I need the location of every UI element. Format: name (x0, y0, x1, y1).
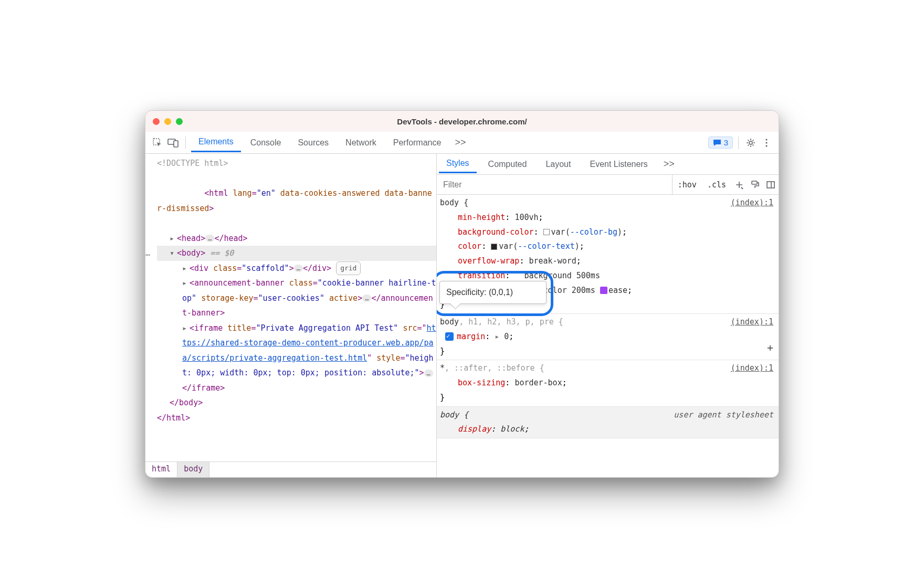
ellipsis-icon[interactable]: … (362, 295, 371, 302)
styles-tabs: Styles Computed Layout Event Listeners >… (437, 154, 779, 175)
rule-source-link[interactable]: (index):1 (731, 315, 773, 330)
svg-rect-7 (752, 181, 757, 184)
tab-layout[interactable]: Layout (538, 156, 578, 173)
styles-rules: (index):1 body { min-height: 100vh; back… (437, 195, 779, 477)
css-property[interactable]: margin: ▸ 0; (440, 330, 773, 344)
svg-point-6 (765, 145, 767, 146)
tab-computed[interactable]: Computed (481, 156, 534, 173)
kebab-menu-icon[interactable] (760, 136, 773, 150)
color-swatch-icon[interactable] (543, 229, 550, 235)
css-property[interactable]: min-height: 100vh; (440, 211, 773, 225)
styles-filter-bar: :hov .cls (437, 175, 779, 195)
svg-point-4 (765, 139, 767, 140)
svg-rect-8 (767, 182, 774, 188)
add-property-button[interactable]: + (767, 338, 773, 358)
rule-close: } (440, 344, 773, 359)
rule-close: } (440, 391, 773, 405)
dom-div-scaffold[interactable]: ▸<div class="scaffold">…</div> grid (157, 261, 436, 276)
css-property[interactable]: box-sizing: border-box; (440, 376, 773, 391)
titlebar: DevTools - developer.chrome.com/ (145, 111, 779, 132)
ellipsis-icon[interactable]: … (294, 265, 303, 272)
dom-doctype[interactable]: <!DOCTYPE html> (157, 156, 436, 171)
tab-elements[interactable]: Elements (191, 133, 241, 152)
main-content: <!DOCTYPE html> <html lang="en" data-coo… (145, 154, 779, 477)
dom-head[interactable]: ▸<head>…</head> (157, 231, 436, 246)
paint-icon[interactable] (747, 177, 763, 193)
more-tabs-button[interactable]: >> (450, 137, 470, 148)
separator (738, 136, 739, 149)
css-rule-ua[interactable]: user agent stylesheet body { display: bl… (437, 407, 779, 439)
breadcrumb: html body (145, 461, 436, 477)
rule-selector[interactable]: body, h1, h2, h3, p, pre { (440, 315, 773, 330)
tab-network[interactable]: Network (338, 134, 384, 152)
svg-rect-2 (174, 141, 178, 147)
message-icon (713, 139, 721, 146)
ellipsis-icon[interactable]: … (205, 235, 214, 242)
svg-point-5 (765, 142, 767, 143)
issues-count: 3 (724, 138, 728, 147)
dom-html-close[interactable]: </html> (157, 411, 436, 426)
rule-source-link[interactable]: (index):1 (731, 196, 773, 211)
specificity-tooltip: Specificity: (0,0,1) (439, 281, 547, 304)
css-property[interactable]: background-color: var(--color-bg); (440, 225, 773, 240)
dom-body-open[interactable]: ▾<body> == $0 (157, 246, 436, 261)
tab-styles[interactable]: Styles (439, 155, 477, 173)
tab-console[interactable]: Console (243, 134, 289, 152)
rule-source-link[interactable]: (index):1 (731, 361, 773, 376)
checkbox-icon[interactable] (445, 332, 454, 341)
css-rule[interactable]: (index):1 *, ::after, ::before { box-siz… (437, 360, 779, 406)
css-property[interactable]: overflow-wrap: break-word; (440, 254, 773, 269)
main-toolbar: Elements Console Sources Network Perform… (145, 132, 779, 154)
bezier-icon[interactable] (600, 287, 607, 294)
rule-selector[interactable]: body { (440, 196, 773, 211)
inspect-icon[interactable] (151, 136, 164, 150)
ellipsis-icon[interactable]: … (424, 370, 433, 377)
color-swatch-icon[interactable] (491, 244, 497, 250)
styles-filter-input[interactable] (437, 175, 673, 194)
breadcrumb-body[interactable]: body (177, 462, 209, 477)
css-property[interactable]: color: var(--color-text); (440, 239, 773, 254)
tab-sources[interactable]: Sources (290, 134, 336, 152)
hov-toggle[interactable]: :hov (673, 175, 702, 194)
window-title: DevTools - developer.chrome.com/ (145, 117, 779, 126)
dom-html-open[interactable]: <html lang="en" data-cookies-answered da… (157, 171, 436, 231)
styles-panel: Styles Computed Layout Event Listeners >… (437, 154, 779, 477)
dom-tree[interactable]: <!DOCTYPE html> <html lang="en" data-coo… (145, 154, 436, 461)
device-toggle-icon[interactable] (166, 136, 180, 150)
dom-body-close[interactable]: </body> (157, 395, 436, 411)
toggle-sidebar-icon[interactable] (763, 177, 779, 193)
css-rule[interactable]: (index):1 body, h1, h2, h3, p, pre { mar… (437, 314, 779, 360)
dom-iframe[interactable]: ▸<iframe title="Private Aggregation API … (157, 321, 436, 396)
tab-performance[interactable]: Performance (386, 134, 449, 152)
devtools-window: DevTools - developer.chrome.com/ Element… (145, 110, 779, 478)
gear-icon[interactable] (744, 136, 758, 150)
rule-selector[interactable]: *, ::after, ::before { (440, 361, 773, 376)
css-property[interactable]: display: block; (440, 422, 773, 437)
separator (185, 136, 186, 149)
elements-panel: <!DOCTYPE html> <html lang="en" data-coo… (145, 154, 437, 477)
breadcrumb-html[interactable]: html (145, 462, 177, 477)
issues-badge[interactable]: 3 (708, 136, 733, 149)
rule-source-label: user agent stylesheet (674, 408, 773, 423)
more-styles-tabs[interactable]: >> (659, 159, 679, 170)
svg-point-3 (749, 141, 752, 144)
grid-badge[interactable]: grid (336, 261, 361, 276)
tab-event-listeners[interactable]: Event Listeners (582, 156, 655, 173)
dom-announcement-banner[interactable]: ▸<announcement-banner class="cookie-bann… (157, 276, 436, 321)
specificity-highlight: Specificity: (0,0,1) (437, 271, 553, 316)
new-style-rule-icon[interactable] (731, 177, 747, 193)
cls-toggle[interactable]: .cls (702, 175, 731, 194)
